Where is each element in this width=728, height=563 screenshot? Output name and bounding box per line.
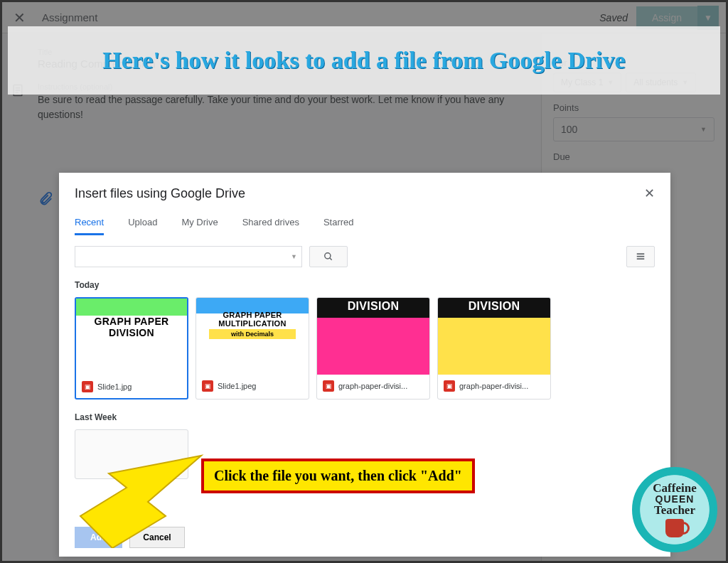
svg-line-5 <box>330 258 332 260</box>
close-icon[interactable]: ✕ <box>9 8 29 28</box>
instructions-field[interactable]: Be sure to read the passage carefully. T… <box>38 92 520 122</box>
tab-shared[interactable]: Shared drives <box>242 211 299 235</box>
banner-text: Here's how it looks to add a file from G… <box>102 46 625 74</box>
image-icon: ▣ <box>202 380 213 392</box>
file-card-lastweek[interactable] <box>75 429 188 479</box>
due-label: Due <box>553 151 714 162</box>
file-name: Slide1.jpeg <box>218 382 256 390</box>
image-icon: ▣ <box>82 381 93 392</box>
assign-button[interactable]: Assign <box>636 6 697 29</box>
image-icon: ▣ <box>444 380 455 392</box>
modal-tabs: Recent Upload My Drive Shared drives Sta… <box>75 211 655 236</box>
tab-upload[interactable]: Upload <box>128 211 157 235</box>
search-button[interactable] <box>309 246 348 267</box>
brand-logo: Caffeine QUEEN Teacher <box>632 467 717 552</box>
svg-point-4 <box>325 253 331 259</box>
file-card-2[interactable]: DIVISION ▣graph-paper-divisi... <box>316 297 430 400</box>
file-name: Slide1.jpg <box>97 382 132 391</box>
add-button[interactable]: Add <box>75 527 122 548</box>
tab-recent[interactable]: Recent <box>75 211 104 235</box>
annotation-callout: Click the file you want, then click "Add… <box>201 459 475 493</box>
annotation-banner: Here's how it looks to add a file from G… <box>8 26 720 95</box>
file-card-1[interactable]: GRAPH PAPER MULTIPLICATIONwith Decimals … <box>196 297 309 400</box>
tab-mydrive[interactable]: My Drive <box>181 211 218 235</box>
cup-icon <box>665 519 684 537</box>
image-icon: ▣ <box>323 380 334 392</box>
saved-status: Saved <box>599 12 628 23</box>
svg-rect-8 <box>637 258 645 259</box>
svg-rect-7 <box>637 256 645 257</box>
modal-title: Insert files using Google Drive <box>75 186 245 201</box>
page-title: Assignment <box>42 11 97 23</box>
file-card-3[interactable]: DIVISION ▣graph-paper-divisi... <box>437 297 551 400</box>
lastweek-label: Last Week <box>75 412 655 422</box>
file-name: graph-paper-divisi... <box>338 382 407 390</box>
svg-rect-6 <box>637 253 645 254</box>
files-today: GRAPH PAPER DIVISION ▣Slide1.jpg GRAPH P… <box>75 297 655 400</box>
points-label: Points <box>553 102 714 113</box>
search-input[interactable]: ▼ <box>75 246 302 267</box>
tab-starred[interactable]: Starred <box>323 211 354 235</box>
cancel-button[interactable]: Cancel <box>129 527 184 548</box>
modal-close-icon[interactable]: ✕ <box>644 186 655 201</box>
attach-icon[interactable] <box>38 191 53 210</box>
today-label: Today <box>75 280 655 290</box>
file-name: graph-paper-divisi... <box>459 382 528 390</box>
drive-modal: Insert files using Google Drive ✕ Recent… <box>59 173 670 557</box>
file-card-0[interactable]: GRAPH PAPER DIVISION ▣Slide1.jpg <box>75 297 188 400</box>
points-select[interactable]: 100▼ <box>553 117 714 141</box>
list-view-icon[interactable] <box>626 246 655 267</box>
